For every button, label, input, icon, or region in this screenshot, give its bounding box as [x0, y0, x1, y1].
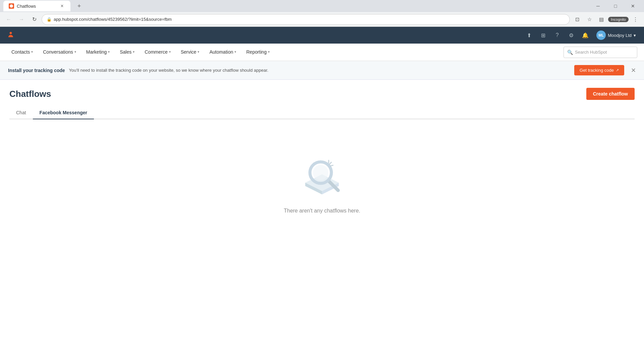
address-bar[interactable]: 🔒 app.hubspot.com/chatflows/45239562/?li…: [42, 14, 570, 25]
user-badge[interactable]: ML Moodjoy Ltd ▾: [594, 29, 639, 41]
sidebar-icon[interactable]: ▤: [596, 14, 607, 25]
reload-button[interactable]: ↻: [29, 14, 40, 25]
tab-facebook-messenger[interactable]: Facebook Messenger: [33, 107, 94, 119]
chatflow-tabs: Chat Facebook Messenger: [9, 107, 635, 119]
browser-right-icons: ⊡ ☆ ▤ Incognito ⋮: [572, 14, 641, 25]
banner-title: Install your tracking code: [8, 68, 65, 73]
window-controls: ─ □ ✕: [590, 1, 641, 11]
nav-item-conversations[interactable]: Conversations ▾: [38, 44, 81, 61]
create-chatflow-button[interactable]: Create chatflow: [586, 88, 635, 100]
page-header: Chatflows Create chatflow: [9, 88, 635, 100]
nav-item-commerce[interactable]: Commerce ▾: [140, 44, 175, 61]
marketing-chevron: ▾: [108, 50, 110, 54]
external-link-icon: ↗: [616, 68, 619, 72]
banner-close-button[interactable]: ✕: [631, 67, 636, 74]
user-avatar: ML: [596, 31, 606, 40]
upgrade-icon[interactable]: ⬆: [523, 29, 535, 41]
close-window-button[interactable]: ✕: [625, 1, 641, 11]
forward-button[interactable]: →: [16, 14, 27, 25]
cast-icon[interactable]: ⊡: [572, 14, 583, 25]
hubspot-logo[interactable]: [5, 30, 16, 41]
tab-title: Chatflows: [17, 4, 36, 9]
topnav-icons: ⬆ ⊞ ? ⚙ 🔔 ML Moodjoy Ltd ▾: [523, 29, 639, 41]
svg-line-7: [329, 162, 331, 164]
nav-item-contacts[interactable]: Contacts ▾: [7, 44, 38, 61]
get-tracking-code-button[interactable]: Get tracking code ↗: [574, 65, 624, 75]
browser-toolbar: ← → ↻ 🔒 app.hubspot.com/chatflows/452395…: [0, 12, 644, 27]
extensions-icon[interactable]: ⋮: [630, 14, 641, 25]
main-navigation: Contacts ▾ Conversations ▾ Marketing ▾ S…: [0, 44, 644, 61]
automation-chevron: ▾: [234, 50, 236, 54]
svg-line-8: [330, 165, 333, 166]
minimize-button[interactable]: ─: [590, 1, 606, 11]
top-navigation: ⬆ ⊞ ? ⚙ 🔔 ML Moodjoy Ltd ▾: [0, 27, 644, 44]
search-icon: 🔍: [567, 50, 573, 55]
nav-item-automation[interactable]: Automation ▾: [205, 44, 241, 61]
search-bar[interactable]: 🔍: [564, 47, 637, 58]
incognito-badge: Incognito: [608, 17, 629, 22]
main-content: Chatflows Create chatflow Chat Facebook …: [0, 80, 644, 242]
url-text: app.hubspot.com/chatflows/45239562/?limi…: [54, 17, 565, 22]
maximize-button[interactable]: □: [608, 1, 623, 11]
browser-chrome: Chatflows ✕ + ─ □ ✕ ← → ↻ 🔒 app.hubspot.…: [0, 0, 644, 27]
commerce-chevron: ▾: [169, 50, 171, 54]
nav-item-sales[interactable]: Sales ▾: [115, 44, 139, 61]
empty-state-text: There aren't any chatflows here.: [284, 208, 360, 214]
tracking-code-banner: Install your tracking code You'll need t…: [0, 61, 644, 80]
tab-favicon: [9, 3, 14, 9]
tab-close-button[interactable]: ✕: [59, 3, 65, 9]
svg-point-6: [313, 165, 328, 180]
nav-items: Contacts ▾ Conversations ▾ Marketing ▾ S…: [7, 44, 564, 61]
browser-tab[interactable]: Chatflows ✕: [3, 1, 70, 11]
new-tab-button[interactable]: +: [74, 1, 84, 11]
sales-chevron: ▾: [133, 50, 135, 54]
empty-illustration: [292, 147, 352, 208]
nav-item-marketing[interactable]: Marketing ▾: [82, 44, 114, 61]
tab-chat[interactable]: Chat: [9, 107, 33, 119]
empty-state: There aren't any chatflows here.: [9, 127, 635, 234]
service-chevron: ▾: [198, 50, 199, 54]
browser-titlebar: Chatflows ✕ + ─ □ ✕: [0, 0, 644, 12]
conversations-chevron: ▾: [74, 50, 76, 54]
user-name: Moodjoy Ltd: [608, 33, 632, 38]
contacts-chevron: ▾: [31, 50, 33, 54]
search-input[interactable]: [575, 50, 629, 55]
hubspot-app: ⬆ ⊞ ? ⚙ 🔔 ML Moodjoy Ltd ▾ Contacts ▾ Co…: [0, 27, 644, 242]
ssl-icon: 🔒: [47, 17, 52, 22]
nav-item-service[interactable]: Service ▾: [176, 44, 204, 61]
nav-item-reporting[interactable]: Reporting ▾: [241, 44, 274, 61]
page-title: Chatflows: [9, 89, 51, 99]
notifications-icon[interactable]: 🔔: [580, 29, 591, 41]
user-menu-chevron: ▾: [634, 33, 636, 38]
reporting-chevron: ▾: [268, 50, 270, 54]
marketplace-icon[interactable]: ⊞: [537, 29, 549, 41]
svg-point-0: [10, 4, 13, 8]
banner-text: You'll need to install the tracking code…: [69, 68, 571, 73]
help-icon[interactable]: ?: [551, 29, 563, 41]
bookmark-icon[interactable]: ☆: [584, 14, 595, 25]
back-button[interactable]: ←: [3, 14, 14, 25]
settings-icon[interactable]: ⚙: [566, 29, 577, 41]
